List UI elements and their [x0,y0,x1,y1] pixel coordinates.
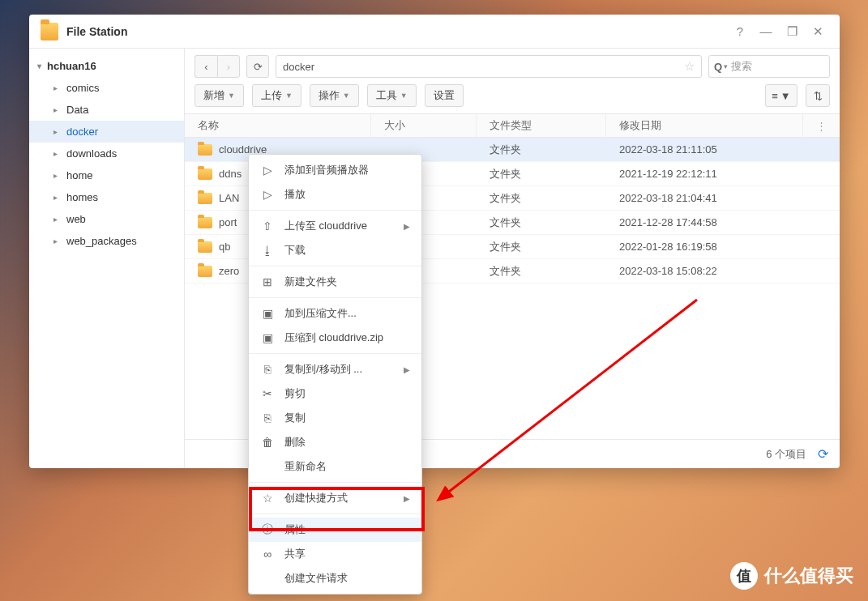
file-type: 文件夹 [477,167,606,181]
file-name: zero [219,265,239,277]
col-type[interactable]: 文件类型 [477,114,606,137]
search-placeholder: 搜索 [731,59,752,74]
sidebar-item-label: downloads [66,147,117,160]
action-button[interactable]: 操作▼ [310,84,359,107]
ctx-copy[interactable]: ⎘复制 [249,406,421,430]
sidebar-item-label: web [66,213,86,225]
folder-icon [198,241,212,253]
copy-icon: ⎘ [260,411,275,424]
sidebar-item-data[interactable]: ▸Data [29,99,184,121]
ctx-share[interactable]: ∞共享 [249,542,421,566]
view-mode-button[interactable]: ≡▼ [765,84,797,107]
folder-icon [198,217,212,228]
upload-button[interactable]: 上传▼ [252,84,301,107]
chevron-right-icon: ▶ [404,222,410,231]
sidebar-item-label: home [66,169,93,181]
file-date: 2022-03-18 15:08:22 [606,265,840,277]
chevron-right-icon: ▸ [53,149,63,158]
play-add-icon: ▷ [260,164,275,177]
file-date: 2022-03-18 21:04:41 [606,192,840,204]
forward-button[interactable]: › [217,55,240,78]
ctx-properties[interactable]: ⓘ属性 [249,518,421,542]
path-text: docker [283,61,314,73]
file-type: 文件夹 [477,240,606,254]
titlebar: File Station ? — ❐ ✕ [29,15,840,49]
chevron-right-icon: ▸ [53,127,63,136]
watermark-text: 什么值得买 [764,564,853,588]
ctx-play[interactable]: ▷播放 [249,182,421,207]
file-name: LAN [219,192,239,204]
ctx-download[interactable]: ⭳下载 [249,238,421,262]
sidebar-item-label: web_packages [66,235,137,247]
folder-icon [198,193,212,204]
file-type: 文件夹 [477,264,606,279]
download-icon: ⭳ [260,244,275,257]
tree-root[interactable]: ▾ hchuan16 [29,55,184,77]
ctx-shortcut[interactable]: ☆创建快捷方式▶ [249,486,421,510]
folder-icon [198,168,212,180]
ctx-rename[interactable]: 重新命名 [249,454,421,479]
new-folder-icon: ⊞ [260,275,275,288]
back-button[interactable]: ‹ [195,55,217,78]
sidebar-item-docker[interactable]: ▸docker [29,121,184,143]
path-input[interactable]: docker ☆ [276,55,702,78]
context-menu: ▷添加到音频播放器 ▷播放 ⇧上传至 clouddrive▶ ⭳下载 ⊞新建文件… [248,154,422,595]
chevron-right-icon: ▸ [53,193,63,202]
star-icon[interactable]: ☆ [684,59,695,74]
watermark: 值 什么值得买 [730,562,853,590]
reload-button[interactable]: ⟳ [818,446,828,462]
ctx-delete[interactable]: 🗑删除 [249,430,421,454]
file-type: 文件夹 [477,143,606,157]
app-icon [41,23,58,40]
sidebar-item-homes[interactable]: ▸homes [29,186,184,208]
ctx-file-request[interactable]: 创建文件请求 [249,566,421,590]
sidebar-item-home[interactable]: ▸home [29,164,184,186]
search-input[interactable]: Q▾ 搜索 [708,55,830,78]
sidebar-item-web[interactable]: ▸web [29,208,184,230]
delete-icon: 🗑 [260,436,275,449]
sidebar-item-downloads[interactable]: ▸downloads [29,143,184,164]
close-button[interactable]: ✕ [807,21,828,42]
share-icon: ∞ [260,548,275,561]
sidebar-item-comics[interactable]: ▸comics [29,77,184,99]
ctx-add-archive[interactable]: ▣加到压缩文件... [249,301,421,326]
ctx-upload-to[interactable]: ⇧上传至 clouddrive▶ [249,214,421,238]
cut-icon: ✂ [260,387,275,400]
action-toolbar: 新增▼ 上传▼ 操作▼ 工具▼ 设置 ≡▼ ⇅ [185,84,840,113]
sort-button[interactable]: ⇅ [806,84,830,107]
zip-icon: ▣ [260,331,275,344]
settings-button[interactable]: 设置 [425,84,464,107]
sidebar: ▾ hchuan16 ▸comics▸Data▸docker▸downloads… [29,49,185,468]
ctx-new-folder[interactable]: ⊞新建文件夹 [249,270,421,294]
col-date[interactable]: 修改日期 [606,114,803,137]
col-size[interactable]: 大小 [371,114,477,137]
star-icon: ☆ [260,492,275,505]
ctx-cut[interactable]: ✂剪切 [249,381,421,406]
chevron-right-icon: ▸ [53,171,63,180]
sidebar-item-web_packages[interactable]: ▸web_packages [29,230,184,252]
help-button[interactable]: ? [729,21,750,42]
file-type: 文件夹 [477,191,606,206]
app-title: File Station [66,25,725,38]
file-date: 2022-01-28 16:19:58 [606,241,840,253]
sidebar-item-label: homes [66,191,98,203]
play-icon: ▷ [260,188,275,201]
chevron-right-icon: ▸ [53,237,63,245]
tool-button[interactable]: 工具▼ [367,84,417,107]
refresh-button[interactable]: ⟳ [246,55,269,78]
archive-icon: ▣ [260,307,275,320]
search-icon: Q [714,61,722,73]
ctx-compress[interactable]: ▣压缩到 clouddrive.zip [249,326,421,350]
file-name: port [219,216,237,228]
col-name[interactable]: 名称 [185,114,371,137]
chevron-right-icon: ▶ [404,494,410,503]
minimize-button[interactable]: — [755,21,776,42]
info-icon: ⓘ [260,522,275,537]
col-more[interactable]: ⋮ [803,114,840,137]
upload-icon: ⇧ [260,220,275,232]
maximize-button[interactable]: ❐ [781,21,802,42]
ctx-add-player[interactable]: ▷添加到音频播放器 [249,158,421,182]
file-date: 2021-12-28 17:44:58 [606,216,840,228]
new-button[interactable]: 新增▼ [195,84,244,107]
ctx-copy-move[interactable]: ⎘复制到/移动到 ...▶ [249,357,421,381]
